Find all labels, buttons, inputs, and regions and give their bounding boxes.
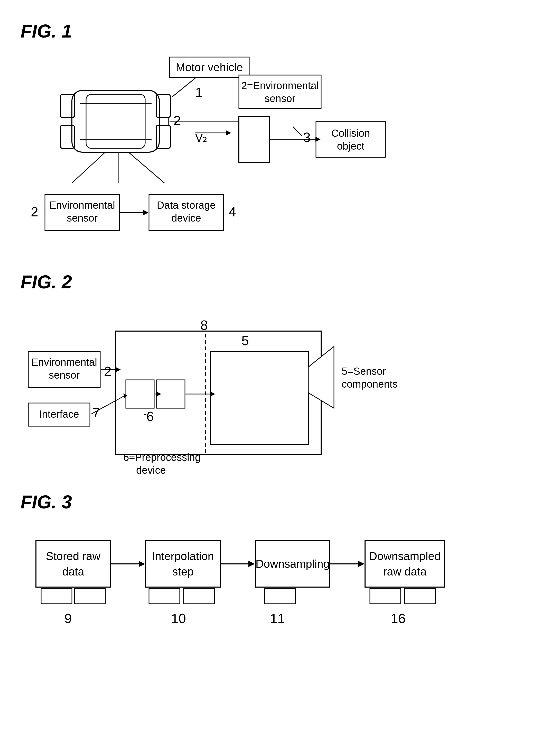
motor-vehicle-text: Motor vehicle: [176, 61, 243, 73]
svg-rect-54: [184, 588, 214, 604]
svg-rect-33: [126, 380, 154, 408]
fig3-num11: 11: [270, 611, 285, 626]
num2b: 2: [31, 204, 38, 219]
num4: 4: [229, 204, 236, 219]
fig3-diagram: Stored raw data 9 Interpolation step 10 …: [21, 520, 534, 649]
interface-text: Interface: [39, 409, 79, 420]
svg-rect-52: [146, 541, 220, 587]
svg-rect-48: [41, 588, 72, 604]
svg-rect-41: [211, 351, 308, 444]
collision-text2: object: [337, 140, 365, 152]
fig2-num2: 2: [104, 364, 111, 379]
fig3-downsampled1: Downsampled: [369, 550, 441, 562]
fig2-num5: 5: [241, 333, 249, 348]
fig1-label: FIG. 1: [21, 21, 539, 42]
fig1-diagram: Motor vehicle 1 2 V₂ 2=Environmental sen…: [21, 49, 534, 260]
fig2-num8: 8: [200, 318, 208, 332]
fig2-env-sensor1: Environmental: [31, 356, 97, 368]
svg-line-22: [128, 152, 164, 183]
num2a: 2: [173, 113, 181, 128]
num1: 1: [195, 85, 203, 100]
collision-text1: Collision: [331, 127, 370, 139]
fig2-sensor-comp1: 5=Sensor: [342, 366, 386, 377]
svg-rect-53: [149, 588, 180, 604]
env-sensor-label: 2=Environmental: [241, 80, 319, 91]
svg-rect-61: [365, 541, 445, 587]
fig2-preproc1: 6=Preprocessing: [123, 452, 201, 463]
fig2-num6: 6: [146, 409, 154, 424]
fig3-stored2: data: [62, 565, 84, 578]
svg-line-20: [72, 152, 105, 183]
env-sensor-bottom1: Environmental: [49, 199, 115, 211]
svg-line-16: [293, 126, 302, 136]
page: FIG. 1 Motor vehicle 1 2 V₂ 2=E: [0, 0, 560, 731]
svg-rect-2: [72, 90, 159, 152]
fig3-stored1: Stored raw: [46, 550, 101, 562]
fig3-downsample: Downsampling: [256, 558, 330, 570]
svg-rect-17: [316, 121, 385, 157]
num3: 3: [303, 130, 311, 145]
fig2-diagram: Environmental sensor 2 Interface 7 8: [21, 300, 534, 485]
fig3-interp1: Interpolation: [152, 550, 214, 562]
svg-rect-10: [159, 117, 168, 125]
fig2-label: FIG. 2: [21, 271, 539, 292]
fig3-num10: 10: [171, 611, 186, 626]
svg-marker-56: [248, 561, 255, 567]
data-storage1: Data storage: [157, 199, 216, 211]
fig3-num16: 16: [391, 611, 406, 626]
v2: V₂: [195, 132, 207, 144]
data-storage2: device: [171, 212, 201, 224]
fig3-num9: 9: [64, 611, 72, 626]
fig3-downsampled2: raw data: [383, 565, 427, 578]
svg-rect-58: [265, 588, 295, 604]
fig3-label: FIG. 3: [21, 492, 539, 513]
fig3-interp2: step: [172, 565, 193, 578]
svg-marker-12: [226, 130, 231, 135]
env-sensor-label2: sensor: [265, 93, 295, 104]
svg-marker-51: [139, 561, 145, 567]
fig2-sensor-comp2: components: [342, 379, 398, 390]
svg-rect-47: [36, 541, 110, 587]
svg-rect-49: [74, 588, 105, 604]
svg-line-1: [172, 78, 195, 97]
svg-rect-14: [239, 116, 270, 162]
svg-rect-63: [405, 588, 435, 604]
svg-marker-60: [358, 561, 365, 567]
env-sensor-bottom2: sensor: [67, 212, 98, 224]
fig2-preproc2: device: [136, 465, 166, 476]
svg-rect-62: [370, 588, 401, 604]
svg-marker-26: [143, 210, 148, 215]
fig2-env-sensor2: sensor: [49, 370, 80, 381]
